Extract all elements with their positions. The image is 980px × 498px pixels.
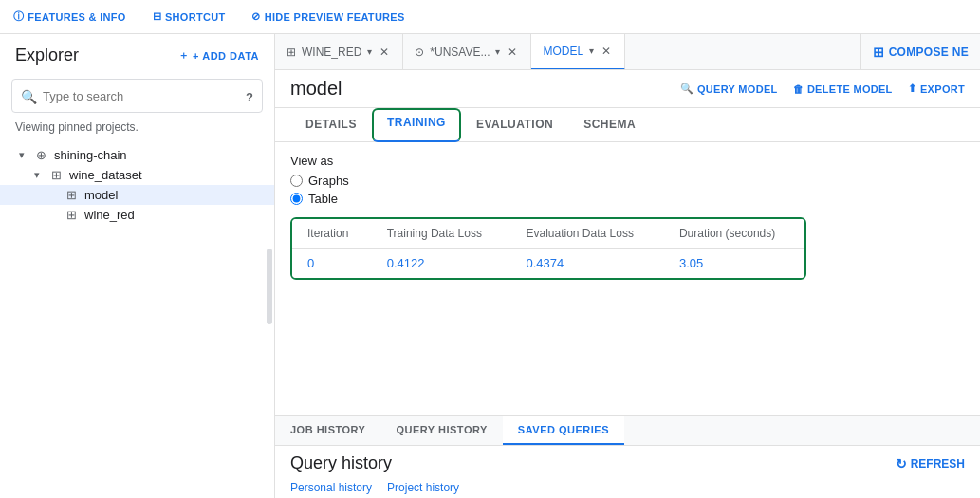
refresh-icon: ↻	[896, 456, 907, 471]
add-data-label: + ADD DATA	[193, 50, 259, 62]
shortcut-label: SHORTCUT	[165, 11, 226, 23]
tab-job-history[interactable]: JOB HISTORY	[275, 416, 380, 445]
tab-wine-red[interactable]: ⊞ WINE_RED ▾ ✕	[275, 34, 403, 70]
cell-training-loss: 0.4122	[372, 249, 511, 279]
col-header-duration: Duration (seconds)	[664, 219, 804, 249]
col-header-eval-loss: Evaluation Data Loss	[511, 219, 664, 249]
tree-item-wine-red[interactable]: ⊞ wine_red	[0, 205, 274, 225]
search-input[interactable]	[11, 79, 263, 113]
delete-model-label: DELETE MODEL	[807, 83, 893, 95]
tree-item-model[interactable]: ⊞ model	[0, 185, 274, 205]
history-links: Personal history Project history	[275, 477, 980, 498]
export-icon: ⬆	[908, 83, 916, 95]
refresh-button[interactable]: ↻ REFRESH	[896, 456, 965, 471]
scrollbar[interactable]	[267, 249, 272, 324]
top-toolbar: ⓘ FEATURES & INFO ⊟ SHORTCUT ⊘ HIDE PREV…	[0, 0, 980, 34]
tab-unsaved[interactable]: ⊙ *UNSAVE... ▾ ✕	[403, 34, 531, 70]
content-area: ⊞ WINE_RED ▾ ✕ ⊙ *UNSAVE... ▾ ✕ MODEL ▾ …	[275, 34, 980, 498]
tab-close-icon[interactable]: ✕	[378, 44, 391, 61]
header-actions: 🔍 QUERY MODEL 🗑 DELETE MODEL ⬆ EXPORT	[680, 83, 965, 95]
sidebar-title: Explorer	[15, 46, 79, 65]
tab-label: *UNSAVE...	[430, 46, 490, 59]
compose-ne-button[interactable]: ⊞ COMPOSE NE	[861, 45, 980, 60]
search-icon: 🔍	[21, 89, 37, 104]
bottom-content-header: Query history ↻ REFRESH	[275, 446, 980, 477]
cell-eval-loss: 0.4374	[511, 249, 664, 279]
tab-training[interactable]: TRAINING	[372, 108, 461, 142]
export-button[interactable]: ⬆ EXPORT	[908, 83, 965, 95]
help-icon[interactable]: ?	[246, 90, 253, 104]
cell-iteration: 0	[292, 249, 372, 279]
viewing-pinned-text: Viewing pinned projects.	[0, 120, 274, 141]
main-layout: Explorer ＋ + ADD DATA 🔍 ? Viewing pinned…	[0, 34, 980, 498]
tree-item-label: wine_dataset	[69, 168, 142, 182]
compose-ne-label: COMPOSE NE	[889, 46, 969, 59]
bottom-section: JOB HISTORY QUERY HISTORY SAVED QUERIES …	[275, 415, 980, 498]
tab-details[interactable]: DETAILS	[290, 108, 372, 142]
table-section: Iteration Training Data Loss Evaluation …	[275, 217, 980, 283]
page-title: model	[290, 78, 342, 100]
tree-item-label: model	[84, 188, 118, 202]
query-model-label: QUERY MODEL	[697, 83, 778, 95]
caret-icon: ▾	[34, 169, 47, 181]
tab-label: MODEL	[543, 45, 583, 58]
bottom-tabs: JOB HISTORY QUERY HISTORY SAVED QUERIES	[275, 416, 980, 446]
add-data-button[interactable]: ＋ + ADD DATA	[178, 48, 259, 63]
col-header-iteration: Iteration	[292, 219, 372, 249]
query-model-button[interactable]: 🔍 QUERY MODEL	[680, 83, 778, 95]
query-tab-icon: ⊙	[415, 46, 424, 59]
bottom-content-title: Query history	[290, 453, 392, 473]
refresh-label: REFRESH	[911, 457, 965, 470]
tab-close-icon[interactable]: ✕	[600, 43, 613, 60]
personal-history-link[interactable]: Personal history	[290, 481, 372, 494]
shortcut-button[interactable]: ⊟ SHORTCUT	[147, 7, 231, 27]
sub-tabs: DETAILS TRAINING EVALUATION SCHEMA	[275, 108, 980, 142]
delete-icon: 🗑	[793, 83, 804, 95]
graphs-label: Graphs	[308, 174, 349, 188]
table-icon: ⊞	[66, 208, 77, 222]
table-radio[interactable]	[290, 193, 303, 205]
col-header-training-loss: Training Data Loss	[372, 219, 511, 249]
table-row: 0 0.4122 0.4374 3.05	[292, 249, 804, 279]
table-label: Table	[308, 192, 338, 206]
hide-preview-icon: ⊘	[251, 10, 260, 23]
cell-duration: 3.05	[664, 249, 804, 279]
tab-saved-queries[interactable]: SAVED QUERIES	[503, 416, 624, 445]
features-info-label: FEATURES & INFO	[28, 11, 125, 23]
search-container: 🔍 ?	[0, 73, 274, 120]
tree-item-wine-dataset[interactable]: ▾ ⊞ wine_dataset	[0, 165, 274, 185]
tab-model[interactable]: MODEL ▾ ✕	[531, 34, 625, 70]
dataset-icon: ⊞	[51, 168, 62, 182]
tree-item-label: wine_red	[84, 208, 135, 222]
training-table-wrapper: Iteration Training Data Loss Evaluation …	[290, 217, 806, 280]
tab-close-icon[interactable]: ✕	[506, 44, 519, 61]
tree-item-label: shining-chain	[54, 148, 127, 162]
content-header: model 🔍 QUERY MODEL 🗑 DELETE MODEL ⬆ EXP…	[275, 70, 980, 108]
tab-dropdown-icon[interactable]: ▾	[495, 46, 500, 57]
table-tab-icon: ⊞	[287, 46, 296, 59]
tab-evaluation[interactable]: EVALUATION	[461, 108, 568, 142]
sidebar-header: Explorer ＋ + ADD DATA	[0, 34, 274, 73]
hide-preview-button[interactable]: ⊘ HIDE PREVIEW FEATURES	[246, 7, 410, 27]
plus-icon: ＋	[178, 48, 190, 63]
search-model-icon: 🔍	[680, 83, 693, 95]
view-as-label: View as	[290, 154, 965, 168]
features-info-button[interactable]: ⓘ FEATURES & INFO	[8, 6, 132, 28]
caret-icon: ▾	[19, 149, 32, 161]
tree-item-shining-chain[interactable]: ▾ ⊕ shining-chain	[0, 145, 274, 165]
view-as-section: View as Graphs Table	[275, 142, 980, 217]
tab-dropdown-icon[interactable]: ▾	[367, 46, 372, 57]
tab-query-history[interactable]: QUERY HISTORY	[380, 416, 502, 445]
radio-graphs[interactable]: Graphs	[290, 174, 965, 188]
graphs-radio[interactable]	[290, 175, 303, 187]
info-icon: ⓘ	[13, 9, 24, 24]
tab-schema[interactable]: SCHEMA	[568, 108, 651, 142]
training-table: Iteration Training Data Loss Evaluation …	[292, 219, 804, 278]
table-icon: ⊞	[66, 188, 77, 202]
project-history-link[interactable]: Project history	[387, 481, 459, 494]
tree-area: ▾ ⊕ shining-chain ▾ ⊞ wine_dataset ⊞ mod…	[0, 141, 274, 498]
tab-dropdown-icon[interactable]: ▾	[589, 46, 594, 56]
radio-table[interactable]: Table	[290, 192, 965, 206]
tab-label: WINE_RED	[302, 46, 361, 59]
delete-model-button[interactable]: 🗑 DELETE MODEL	[793, 83, 893, 95]
